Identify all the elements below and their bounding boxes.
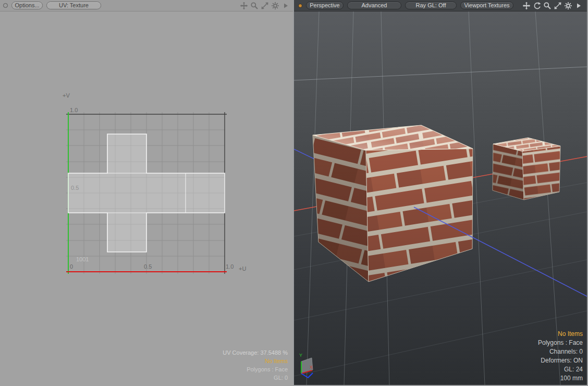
panel-thumb-icon[interactable] — [3, 3, 8, 8]
settings-gear-icon[interactable] — [564, 2, 572, 10]
move-icon[interactable] — [522, 2, 531, 10]
uv-udim-label: 1001 — [76, 256, 89, 262]
move-icon[interactable] — [240, 2, 248, 10]
viewport-toolbar: Perspective Advanced Ray GL: Off Viewpor… — [294, 0, 587, 11]
brick-cube-large[interactable] — [313, 125, 473, 282]
gizmo-y-label: Y — [299, 353, 302, 358]
zoom-icon[interactable] — [543, 2, 552, 10]
vp-channels-status: Channels: 0 — [538, 347, 583, 356]
rotate-icon[interactable] — [533, 2, 541, 10]
panel-menu-arrow-icon[interactable] — [281, 2, 290, 10]
uv-u-max-label: 1.0 — [226, 263, 234, 270]
uv-u-zero-label: 0 — [70, 263, 73, 270]
ray-gl-button[interactable]: Ray GL: Off — [405, 2, 457, 9]
uv-island[interactable] — [68, 134, 225, 252]
uv-v-axis-label: +V — [63, 92, 70, 99]
maximize-icon[interactable] — [554, 2, 562, 10]
uv-mode-status: Polygons : Face — [223, 365, 288, 373]
uv-toolbar-icons — [240, 2, 290, 10]
gizmo-x-label: X — [310, 365, 313, 370]
uv-selection-status: No Items — [223, 357, 288, 365]
viewport-textures-button[interactable]: Viewport Textures — [460, 2, 513, 9]
vp-selection-status: No Items — [538, 330, 583, 339]
panel-menu-arrow-icon[interactable] — [574, 2, 583, 10]
uv-status-block: UV Coverage: 37.5488 % No Items Polygons… — [223, 348, 288, 382]
uv-editor-panel: Options... UV: Texture — [0, 0, 293, 386]
uv-u-axis-label: +U — [239, 266, 246, 272]
uv-u-mid-label: 0.5 — [144, 263, 152, 270]
viewport-indicator-icon[interactable] — [298, 4, 302, 8]
axis-gizmo: Y X — [299, 353, 313, 378]
uv-toolbar: Options... UV: Texture — [0, 0, 293, 11]
viewport-3d-panel: Perspective Advanced Ray GL: Off Viewpor… — [293, 0, 588, 386]
vp-gl-status: GL: 24 — [538, 365, 583, 374]
uv-coverage-status: UV Coverage: 37.5488 % — [223, 348, 288, 357]
uv-texture-mode-button[interactable]: UV: Texture — [46, 2, 101, 9]
settings-gear-icon[interactable] — [271, 2, 279, 10]
viewport-status-block: No Items Polygons : Face Channels: 0 Def… — [538, 330, 583, 383]
viewport-3d-canvas[interactable]: Y X No Items Polygons : Face Channels: 0… — [294, 11, 587, 385]
maximize-icon[interactable] — [261, 2, 269, 10]
perspective-button[interactable]: Perspective — [306, 2, 344, 9]
vp-grid-size-status: 100 mm — [538, 374, 583, 383]
viewport-toolbar-icons — [522, 2, 583, 10]
uv-gl-status: GL: 0 — [223, 373, 288, 382]
brick-cube-small[interactable] — [493, 138, 560, 200]
zoom-icon[interactable] — [250, 2, 259, 10]
shading-advanced-button[interactable]: Advanced — [347, 2, 401, 9]
horizon-line — [294, 67, 587, 80]
vp-mode-status: Polygons : Face — [538, 339, 583, 347]
uv-canvas[interactable]: +V 1.0 0.5 0 0.5 1.0 +U 1001 — [0, 11, 293, 386]
vp-deformers-status: Deformers: ON — [538, 356, 583, 365]
uv-v-top-label: 1.0 — [70, 107, 78, 113]
options-button[interactable]: Options... — [11, 2, 43, 9]
